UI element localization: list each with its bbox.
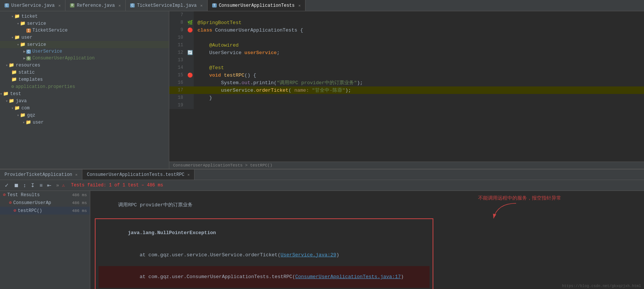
toolbar-indent-btn[interactable]: ≡: [38, 182, 44, 189]
code-line-16: 16 System.out.println("调用RPC provider中的订…: [169, 79, 644, 86]
code-line-17: 17 userService.orderTicket( name: "甘全中-陈…: [169, 86, 644, 94]
bottom-tab-close-provider[interactable]: ✕: [75, 172, 77, 177]
line-num-12: 12: [169, 49, 186, 56]
bottom-tab-close-consumer[interactable]: ✕: [187, 172, 190, 177]
line-num-10: 10: [169, 34, 186, 41]
bottom-tab-provider[interactable]: ProviderTicketApplication ✕: [0, 169, 82, 180]
green-icon-12: 🔄: [187, 50, 193, 56]
tree-arrow-ticket: ▾: [11, 14, 14, 19]
code-line-19: 19: [169, 101, 644, 109]
tree-com[interactable]: ▾ 📁 com: [0, 104, 169, 112]
bottom-tab-provider-label: ProviderTicketApplication: [5, 172, 72, 177]
tree-label-test-user: user: [33, 120, 44, 125]
code-line-7: 7: [169, 11, 644, 19]
file-tree: ▾ 📁 ticket ▾ 📁 service I TicketService ▾…: [0, 11, 169, 169]
toolbar-stop-btn[interactable]: ⏹: [12, 182, 20, 189]
bottom-tab-consumer-label: ConsumerUserApplicationTests.testRPC: [87, 172, 184, 177]
red-icon-9: 🔴: [187, 27, 193, 33]
tab-icon-reference: R: [70, 3, 74, 8]
error-box: java.lang.NullPointerException at com.gq…: [95, 218, 433, 289]
tree-ticket[interactable]: ▾ 📁 ticket: [0, 13, 169, 20]
tab-close-reference[interactable]: ✕: [118, 3, 121, 8]
line-num-19: 19: [169, 101, 186, 109]
tree-static[interactable]: 📁 static: [0, 69, 169, 76]
line-gutter-16: [186, 79, 194, 86]
code-lines[interactable]: 7 8 🌿 @SpringBootTest 9 🔴 class Consumer…: [169, 11, 644, 162]
folder-icon-com: 📁: [14, 105, 20, 111]
folder-icon-ticket-service: 📁: [20, 21, 26, 26]
folder-icon-java: 📁: [9, 98, 14, 104]
result-test-results[interactable]: ⊘ Test Results 486 ms: [0, 191, 90, 199]
method-orderticket: orderTicket: [256, 88, 289, 93]
tree-gqz[interactable]: ▾ 📁 gqz: [0, 112, 169, 119]
fail-icon-results: ⊘: [3, 192, 6, 198]
line-num-9: 9: [169, 26, 186, 34]
toolbar-sort-alpha-btn[interactable]: ↕: [22, 182, 27, 189]
code-line-18: 18 }: [169, 94, 644, 101]
tab-close-ticketservice[interactable]: ✕: [200, 3, 203, 8]
line-code-11: @Autowired: [194, 41, 644, 49]
tree-arrow-test: ▾: [0, 92, 2, 96]
annotation-springboottest: @SpringBootTest: [197, 20, 242, 26]
tree-test[interactable]: ▾ 📁 test: [0, 90, 169, 97]
toolbar-dedent-btn[interactable]: ⇤: [46, 182, 53, 189]
line-code-13: [194, 56, 644, 64]
result-consumer-app[interactable]: ⊘ ConsumerUserAp 486 ms: [0, 199, 90, 207]
result-name-results: Test Results: [7, 192, 70, 198]
tree-arrow-gqz: ▾: [17, 113, 19, 118]
tab-ticketservice[interactable]: C TicketServiceImpl.java ✕: [126, 0, 207, 11]
bottom-tab-consumer[interactable]: ConsumerUserApplicationTests.testRPC ✕: [82, 169, 194, 180]
tree-resources[interactable]: ▾ 📁 resources: [0, 62, 169, 69]
tab-consumer[interactable]: T ConsumerUserApplicationTests ✕: [208, 0, 306, 11]
tree-arrow-user-service: ▾: [17, 42, 19, 47]
tab-close-userservice[interactable]: ✕: [58, 3, 61, 8]
toolbar-check-btn[interactable]: ✓: [3, 182, 11, 189]
leaf-icon-8: 🌿: [187, 20, 193, 26]
tree-label-com: com: [21, 106, 30, 111]
code-line-14: 14 @Test: [169, 64, 644, 71]
java-icon-ticketservice: I: [26, 29, 31, 33]
error-link-1[interactable]: UserService.java:29: [281, 252, 336, 258]
result-testrpc[interactable]: ⊘ testRPC() 486 ms: [0, 207, 90, 215]
line-code-12: UserService userService;: [194, 49, 644, 56]
tree-userservice-class[interactable]: ▶ C UserService: [0, 48, 169, 55]
bottom-panel: ProviderTicketApplication ✕ ConsumerUser…: [0, 169, 644, 289]
line-num-8: 8: [169, 19, 186, 26]
annotation-text: 不能调用远程中的服务，报空指针异常: [478, 195, 561, 201]
folder-icon-test: 📁: [3, 91, 9, 97]
bottom-content: ⊘ Test Results 486 ms ⊘ ConsumerUserAp 4…: [0, 191, 644, 289]
line-gutter-19: [186, 101, 194, 109]
line-code-8: @SpringBootTest: [194, 19, 644, 26]
line-code-19: [194, 101, 644, 109]
tree-user-service[interactable]: ▾ 📁 service: [0, 41, 169, 48]
code-line-9: 9 🔴 class ConsumerUserApplicationTests {: [169, 26, 644, 34]
tree-appprops[interactable]: ⚙ application.properties: [0, 83, 169, 90]
tree-ticketservice-class[interactable]: I TicketService: [0, 27, 169, 34]
folder-icon-test-user: 📁: [26, 120, 31, 125]
tree-ticket-service[interactable]: ▾ 📁 service: [0, 20, 169, 27]
tree-consumerapp-class[interactable]: ▶ G ConsumerUserApplication: [0, 55, 169, 62]
tree-java[interactable]: ▾ 📁 java: [0, 97, 169, 104]
code-content: 7 8 🌿 @SpringBootTest 9 🔴 class Consumer…: [169, 11, 644, 162]
code-line-13: 13: [169, 56, 644, 64]
tree-arrow-ticket-service: ▾: [17, 21, 19, 26]
line-num-15: 15: [169, 71, 186, 79]
tree-arrow-com: ▾: [11, 106, 14, 110]
tab-userservice[interactable]: C UserService.java ✕: [0, 0, 65, 11]
folder-icon-user-service: 📁: [20, 42, 26, 47]
error-link-2[interactable]: ConsumerUserApplicationTests.java:17: [295, 274, 401, 280]
toolbar-sort-num-btn[interactable]: ↧: [29, 182, 36, 189]
tree-test-user[interactable]: ▾ 📁 user: [0, 119, 169, 126]
tree-user[interactable]: ▾ 📁 user: [0, 34, 169, 41]
tab-close-consumer[interactable]: ✕: [298, 3, 301, 8]
result-name-consumer: ConsumerUserAp: [13, 200, 70, 206]
param-name: name:: [294, 88, 309, 93]
error-npe: java.lang.NullPointerException: [128, 230, 216, 236]
code-line-12: 12 🔄 UserService userService;: [169, 49, 644, 56]
tab-reference[interactable]: R Reference.java ✕: [65, 0, 126, 11]
tree-templates[interactable]: 📁 templates: [0, 76, 169, 83]
tab-label-consumer: ConsumerUserApplicationTests: [219, 3, 295, 8]
code-line-15: 15 🔴 void testRPC() {: [169, 71, 644, 79]
tree-label-user: user: [21, 35, 32, 40]
tab-icon-consumer: T: [212, 3, 217, 8]
